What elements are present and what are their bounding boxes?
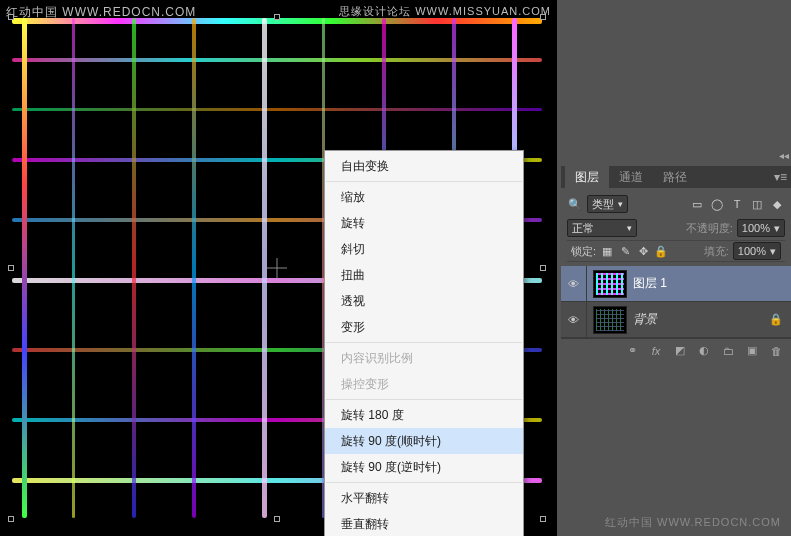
filter-text-icon[interactable]: T [729, 196, 745, 212]
panel-menu-icon[interactable]: ▾≡ [774, 170, 787, 184]
opacity-label: 不透明度: [686, 221, 733, 236]
filter-pixel-icon[interactable]: ▭ [689, 196, 705, 212]
visibility-toggle-icon[interactable]: 👁 [561, 266, 587, 301]
menu-puppet-warp: 操控变形 [325, 371, 523, 397]
layer-group-icon[interactable]: 🗀 [719, 342, 737, 360]
menu-skew[interactable]: 斜切 [325, 236, 523, 262]
blend-mode-select[interactable]: 正常▾ [567, 219, 637, 237]
layers-list: 👁 图层 1 👁 背景 🔒 [561, 266, 791, 338]
watermark-bottom-right: 红动中国 WWW.REDOCN.COM [605, 515, 781, 530]
filter-shape-icon[interactable]: ◫ [749, 196, 765, 212]
link-layers-icon[interactable]: ⚭ [623, 342, 641, 360]
menu-scale[interactable]: 缩放 [325, 184, 523, 210]
opacity-input[interactable]: 100%▾ [737, 219, 785, 237]
layer-thumbnail[interactable] [593, 270, 627, 298]
menu-rotate-180[interactable]: 旋转 180 度 [325, 402, 523, 428]
menu-rotate[interactable]: 旋转 [325, 210, 523, 236]
adjustment-layer-icon[interactable]: ◐ [695, 342, 713, 360]
new-layer-icon[interactable]: ▣ [743, 342, 761, 360]
panel-collapse-icon[interactable]: ◂◂ [777, 150, 791, 164]
filter-adjust-icon[interactable]: ◯ [709, 196, 725, 212]
lock-label: 锁定: [571, 244, 596, 259]
lock-paint-icon[interactable]: ✎ [618, 245, 632, 258]
tab-channels[interactable]: 通道 [609, 166, 653, 188]
menu-rotate-90-cw[interactable]: 旋转 90 度(顺时针) [325, 428, 523, 454]
lock-pixels-icon[interactable]: ▦ [600, 245, 614, 258]
menu-rotate-90-ccw[interactable]: 旋转 90 度(逆时针) [325, 454, 523, 480]
visibility-toggle-icon[interactable]: 👁 [561, 302, 587, 337]
layers-panel-footer: ⚭ fx ◩ ◐ 🗀 ▣ 🗑 [561, 338, 791, 362]
layers-panel: 图层 通道 路径 ▾≡ 🔍 类型▾ ▭ ◯ T ◫ ◆ 正常▾ 不透明度: 10… [561, 166, 791, 362]
menu-perspective[interactable]: 透视 [325, 288, 523, 314]
tab-layers[interactable]: 图层 [565, 166, 609, 188]
layer-name[interactable]: 图层 1 [633, 275, 667, 292]
delete-layer-icon[interactable]: 🗑 [767, 342, 785, 360]
menu-free-transform[interactable]: 自由变换 [325, 153, 523, 179]
filter-smart-icon[interactable]: ◆ [769, 196, 785, 212]
fill-label: 填充: [704, 244, 729, 259]
menu-content-aware: 内容识别比例 [325, 345, 523, 371]
menu-flip-horizontal[interactable]: 水平翻转 [325, 485, 523, 511]
transform-center-icon[interactable] [267, 258, 287, 278]
layer-mask-icon[interactable]: ◩ [671, 342, 689, 360]
fill-input[interactable]: 100%▾ [733, 242, 781, 260]
transform-context-menu: 自由变换 缩放 旋转 斜切 扭曲 透视 变形 内容识别比例 操控变形 旋转 18… [324, 150, 524, 536]
layer-lock-icon: 🔒 [769, 313, 783, 326]
panel-tabs: 图层 通道 路径 ▾≡ [561, 166, 791, 188]
layer-name[interactable]: 背景 [633, 311, 657, 328]
menu-distort[interactable]: 扭曲 [325, 262, 523, 288]
layer-thumbnail[interactable] [593, 306, 627, 334]
search-icon[interactable]: 🔍 [567, 196, 583, 212]
menu-flip-vertical[interactable]: 垂直翻转 [325, 511, 523, 536]
menu-warp[interactable]: 变形 [325, 314, 523, 340]
layer-row[interactable]: 👁 图层 1 [561, 266, 791, 302]
layer-fx-icon[interactable]: fx [647, 342, 665, 360]
tab-paths[interactable]: 路径 [653, 166, 697, 188]
lock-all-icon[interactable]: 🔒 [654, 245, 668, 258]
layer-row[interactable]: 👁 背景 🔒 [561, 302, 791, 338]
lock-move-icon[interactable]: ✥ [636, 245, 650, 258]
filter-type-select[interactable]: 类型▾ [587, 195, 628, 213]
